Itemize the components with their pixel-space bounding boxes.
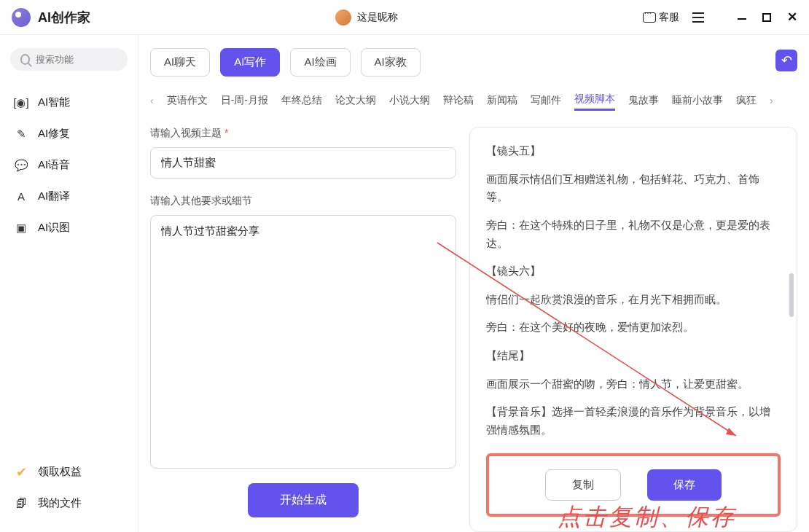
subtab-email[interactable]: 写邮件 (531, 91, 561, 110)
output-line: 【结尾】 (486, 347, 781, 365)
subtab-novel[interactable]: 小说大纲 (389, 91, 430, 110)
topic-input[interactable] (150, 147, 456, 179)
sidebar-item-label: AI识图 (38, 221, 70, 235)
search-box[interactable] (10, 48, 128, 71)
save-button[interactable]: 保存 (647, 469, 722, 501)
sidebar-item-label: 领取权益 (38, 465, 82, 479)
annotation-text: 点击复制、保存 (558, 501, 736, 532)
app-title: AI创作家 (38, 9, 90, 26)
details-textarea[interactable] (150, 215, 456, 469)
sub-tabs: ‹ 英语作文 日-周-月报 年终总结 论文大纲 小说大纲 辩论稿 新闻稿 写邮件… (150, 90, 797, 111)
search-input[interactable] (36, 54, 117, 65)
output-line: 情侣们一起欣赏浪漫的音乐，在月光下相拥而眠。 (486, 291, 781, 309)
sidebar-item-label: AI翻译 (38, 189, 70, 203)
top-tabs: AI聊天 AI写作 AI绘画 AI家教 (150, 48, 797, 77)
window-minimize-button[interactable] (738, 13, 746, 22)
tab-ai-write[interactable]: AI写作 (220, 48, 280, 77)
sidebar-item-benefits[interactable]: ✔ 领取权益 (10, 456, 128, 488)
window-maximize-button[interactable] (762, 13, 771, 22)
folder-icon: 🗐 (15, 497, 28, 510)
sidebar-item-myfiles[interactable]: 🗐 我的文件 (10, 488, 128, 519)
menu-button[interactable] (692, 12, 704, 23)
subtab-bedtime[interactable]: 睡前小故事 (672, 91, 723, 110)
subtab-ghost[interactable]: 鬼故事 (628, 91, 659, 110)
subtab-english[interactable]: 英语作文 (167, 91, 208, 110)
search-icon (20, 54, 30, 65)
sidebar-item-ai-voice[interactable]: 💬 AI语音 (10, 149, 128, 181)
sidebar-item-ai-translate[interactable]: A AI翻译 (10, 181, 128, 212)
kefu-icon (643, 12, 656, 23)
subtab-report[interactable]: 日-周-月报 (221, 91, 268, 110)
ai-voice-icon: 💬 (15, 159, 28, 172)
ai-translate-icon: A (15, 190, 28, 203)
avatar-icon (335, 9, 351, 26)
subtab-debate[interactable]: 辩论稿 (443, 91, 474, 110)
subtab-summary[interactable]: 年终总结 (281, 91, 322, 110)
output-line: 【镜头六】 (486, 262, 781, 281)
tab-ai-chat[interactable]: AI聊天 (150, 48, 210, 77)
titlebar: AI创作家 这是昵称 客服 ✕ (0, 0, 809, 35)
output-text[interactable]: 【镜头五】 画面展示情侣们互相赠送礼物，包括鲜花、巧克力、首饰等。 旁白：在这个… (486, 142, 781, 443)
output-panel: 【镜头五】 画面展示情侣们互相赠送礼物，包括鲜花、巧克力、首饰等。 旁白：在这个… (469, 127, 797, 532)
output-line: 旁白：在这个美好的夜晚，爱情更加浓烈。 (486, 318, 781, 337)
main-content: ↶ AI聊天 AI写作 AI绘画 AI家教 ‹ 英语作文 日-周-月报 年终总结… (138, 35, 809, 532)
subtab-crazy[interactable]: 疯狂 (736, 91, 757, 110)
output-line: 画面展示一个甜蜜的吻，旁白：情人节，让爱更甜蜜。 (486, 375, 781, 394)
subtabs-scroll-right[interactable]: › (770, 95, 773, 106)
ai-image-icon: ▣ (15, 222, 28, 235)
required-indicator: * (224, 127, 228, 138)
nickname-label: 这是昵称 (357, 11, 398, 24)
output-line: 旁白：在这个特殊的日子里，礼物不仅是心意，更是爱的表达。 (486, 216, 781, 252)
user-info[interactable]: 这是昵称 (90, 9, 643, 26)
sidebar-item-ai-repair[interactable]: ✎ AI修复 (10, 118, 128, 149)
sidebar-item-label: AI智能 (38, 95, 70, 109)
copy-button[interactable]: 复制 (545, 469, 621, 501)
output-line: 【镜头五】 (486, 142, 781, 160)
tab-ai-draw[interactable]: AI绘画 (290, 48, 350, 77)
tab-ai-tutor[interactable]: AI家教 (361, 48, 421, 77)
subtab-news[interactable]: 新闻稿 (487, 91, 517, 110)
sidebar-item-label: AI修复 (38, 127, 70, 141)
details-label: 请输入其他要求或细节 (150, 195, 456, 208)
scrollbar-thumb[interactable] (789, 273, 794, 317)
sidebar-item-label: 我的文件 (38, 496, 82, 510)
generate-button[interactable]: 开始生成 (248, 483, 359, 517)
subtab-thesis[interactable]: 论文大纲 (335, 91, 376, 110)
subtabs-scroll-left[interactable]: ‹ (150, 95, 154, 106)
sidebar: [◉] AI智能 ✎ AI修复 💬 AI语音 A AI翻译 ▣ AI识图 ✔ 领… (0, 35, 138, 532)
input-panel: 请输入视频主题* 请输入其他要求或细节 开始生成 (150, 127, 456, 532)
output-line: 画面展示情侣们互相赠送礼物，包括鲜花、巧克力、首饰等。 (486, 171, 781, 206)
app-logo-icon (12, 8, 31, 27)
kefu-button[interactable]: 客服 (643, 11, 679, 24)
sidebar-item-ai-image[interactable]: ▣ AI识图 (10, 212, 128, 243)
window-close-button[interactable]: ✕ (787, 13, 797, 22)
kefu-label: 客服 (659, 11, 679, 24)
ai-smart-icon: [◉] (15, 96, 28, 109)
sidebar-item-ai-smart[interactable]: [◉] AI智能 (10, 87, 128, 118)
ai-repair-icon: ✎ (15, 128, 28, 141)
subtab-video-script[interactable]: 视频脚本 (574, 90, 615, 111)
benefits-icon: ✔ (15, 466, 28, 479)
output-line: 【背景音乐】选择一首轻柔浪漫的音乐作为背景音乐，以增强情感氛围。 (486, 403, 781, 439)
topic-label: 请输入视频主题* (150, 127, 456, 140)
sidebar-item-label: AI语音 (38, 158, 70, 172)
back-button[interactable]: ↶ (775, 50, 797, 71)
